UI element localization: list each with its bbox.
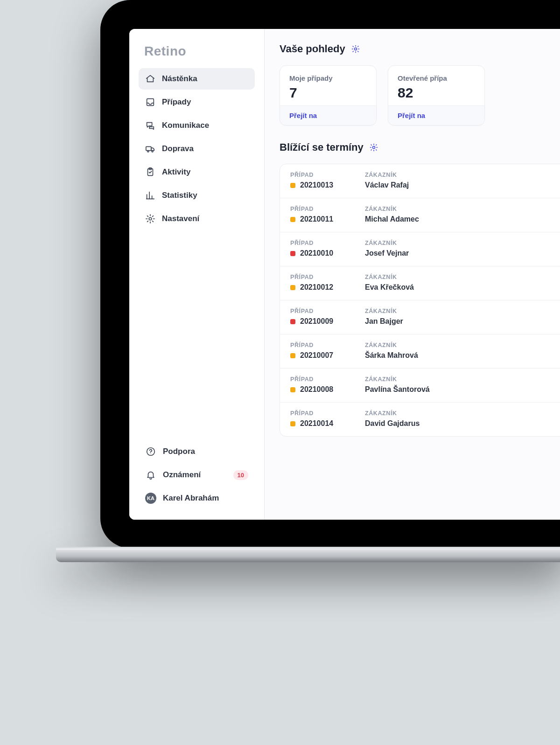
sidebar-item-label: Komunikace [162, 121, 209, 130]
deadlines-title: Blížící se termíny [280, 141, 364, 153]
customer-name: Pavlína Šantorová [365, 385, 557, 394]
support-label: Podpora [163, 447, 195, 456]
customer-name: Jan Bajger [365, 317, 557, 326]
sidebar: Retino NástěnkaPřípadyKomunikaceDopravaA… [129, 29, 265, 520]
svg-point-6 [149, 217, 152, 220]
clipboard-icon [145, 167, 155, 177]
sidebar-item-truck[interactable]: Doprava [139, 138, 255, 160]
case-id: 20210014 [290, 419, 360, 428]
current-user[interactable]: KA Karel Abrahám [139, 488, 255, 508]
card-cta[interactable]: Přejít na [280, 105, 376, 125]
case-id: 20210011 [290, 215, 360, 223]
card-value: 82 [398, 85, 475, 101]
column-header-case: PŘÍPAD [290, 308, 360, 314]
laptop-base [56, 548, 560, 562]
bell-icon [145, 469, 156, 480]
svg-point-8 [150, 453, 151, 454]
status-dot-icon [290, 421, 295, 426]
views-heading: Vaše pohledy [280, 43, 560, 55]
sidebar-item-inbox[interactable]: Případy [139, 91, 255, 113]
view-cards: Moje případy7Přejít naOtevřené přípa82Př… [280, 65, 560, 125]
table-row[interactable]: PŘÍPAD20210014ZÁKAZNÍKDavid Gajdarus [280, 403, 560, 436]
column-header-customer: ZÁKAZNÍK [365, 274, 557, 280]
sidebar-item-label: Nástěnka [162, 74, 197, 84]
inbox-icon [145, 97, 155, 107]
column-header-customer: ZÁKAZNÍK [365, 376, 557, 383]
table-row[interactable]: PŘÍPAD20210009ZÁKAZNÍKJan Bajger [280, 300, 560, 334]
column-header-customer: ZÁKAZNÍK [365, 172, 557, 178]
main-content: Vaše pohledy Moje případy7Přejít naOtevř… [265, 29, 560, 520]
sidebar-item-label: Nastavení [162, 214, 199, 223]
column-header-case: PŘÍPAD [290, 240, 360, 246]
user-name: Karel Abrahám [163, 494, 219, 503]
card-title: Otevřené přípa [398, 74, 475, 82]
column-header-case: PŘÍPAD [290, 206, 360, 212]
column-header-customer: ZÁKAZNÍK [365, 308, 557, 314]
card-cta[interactable]: Přejít na [388, 105, 484, 125]
table-row[interactable]: PŘÍPAD20210008ZÁKAZNÍKPavlína Šantorová [280, 369, 560, 403]
svg-rect-1 [146, 146, 151, 150]
table-row[interactable]: PŘÍPAD20210010ZÁKAZNÍKJosef Vejnar [280, 232, 560, 266]
view-card: Otevřené přípa82Přejít na [388, 65, 485, 125]
column-header-case: PŘÍPAD [290, 274, 360, 280]
svg-point-10 [372, 146, 375, 149]
column-header-case: PŘÍPAD [290, 376, 360, 383]
status-dot-icon [290, 217, 295, 222]
view-card: Moje případy7Přejít na [280, 65, 377, 125]
gear-icon [145, 214, 155, 224]
card-title: Moje případy [289, 74, 367, 82]
status-dot-icon [290, 353, 295, 358]
svg-point-2 [147, 151, 149, 152]
home-icon [145, 74, 155, 84]
avatar: KA [145, 493, 156, 504]
app-window: Retino NástěnkaPřípadyKomunikaceDopravaA… [129, 29, 560, 520]
main-nav: NástěnkaPřípadyKomunikaceDopravaAktivity… [139, 68, 255, 230]
status-dot-icon [290, 183, 295, 188]
notifications-link[interactable]: Oznámení 10 [139, 465, 255, 485]
table-row[interactable]: PŘÍPAD20210007ZÁKAZNÍKŠárka Mahrová [280, 334, 560, 369]
sidebar-item-label: Případy [162, 97, 191, 107]
sidebar-footer: Podpora Oznámení 10 KA Karel Abrahám [139, 441, 255, 508]
gear-icon[interactable] [351, 44, 360, 54]
status-dot-icon [290, 387, 295, 392]
gear-icon[interactable] [369, 143, 378, 152]
case-id: 20210013 [290, 181, 360, 189]
card-value: 7 [289, 85, 367, 101]
chat-icon [145, 120, 155, 131]
column-header-case: PŘÍPAD [290, 342, 360, 348]
case-id: 20210009 [290, 317, 360, 326]
chart-icon [145, 190, 155, 201]
help-icon [145, 446, 156, 457]
status-dot-icon [290, 285, 295, 290]
sidebar-item-gear[interactable]: Nastavení [139, 208, 255, 230]
customer-name: Eva Křečková [365, 283, 557, 292]
deadlines-table: PŘÍPAD20210013ZÁKAZNÍKVáclav RafajPŘÍPAD… [280, 164, 560, 437]
case-id: 20210007 [290, 351, 360, 360]
customer-name: David Gajdarus [365, 419, 557, 428]
table-row[interactable]: PŘÍPAD20210011ZÁKAZNÍKMichal Adamec [280, 198, 560, 232]
brand-logo: Retino [139, 44, 255, 68]
sidebar-item-label: Aktivity [162, 167, 190, 177]
notifications-badge: 10 [233, 470, 248, 480]
deadlines-heading: Blížící se termíny [280, 141, 560, 153]
column-header-case: PŘÍPAD [290, 172, 360, 178]
customer-name: Michal Adamec [365, 215, 557, 223]
support-link[interactable]: Podpora [139, 441, 255, 462]
case-id: 20210008 [290, 385, 360, 394]
column-header-customer: ZÁKAZNÍK [365, 410, 557, 417]
svg-point-9 [354, 48, 357, 50]
sidebar-item-label: Statistiky [162, 191, 197, 200]
sidebar-item-clipboard[interactable]: Aktivity [139, 161, 255, 183]
column-header-customer: ZÁKAZNÍK [365, 206, 557, 212]
table-row[interactable]: PŘÍPAD20210013ZÁKAZNÍKVáclav Rafaj [280, 164, 560, 198]
truck-icon [145, 144, 155, 154]
sidebar-item-chat[interactable]: Komunikace [139, 115, 255, 136]
customer-name: Šárka Mahrová [365, 351, 557, 360]
sidebar-item-chart[interactable]: Statistiky [139, 185, 255, 206]
case-id: 20210012 [290, 283, 360, 292]
views-title: Vaše pohledy [280, 43, 345, 55]
customer-name: Josef Vejnar [365, 249, 557, 258]
status-dot-icon [290, 251, 295, 256]
sidebar-item-home[interactable]: Nástěnka [139, 68, 255, 90]
table-row[interactable]: PŘÍPAD20210012ZÁKAZNÍKEva Křečková [280, 266, 560, 300]
